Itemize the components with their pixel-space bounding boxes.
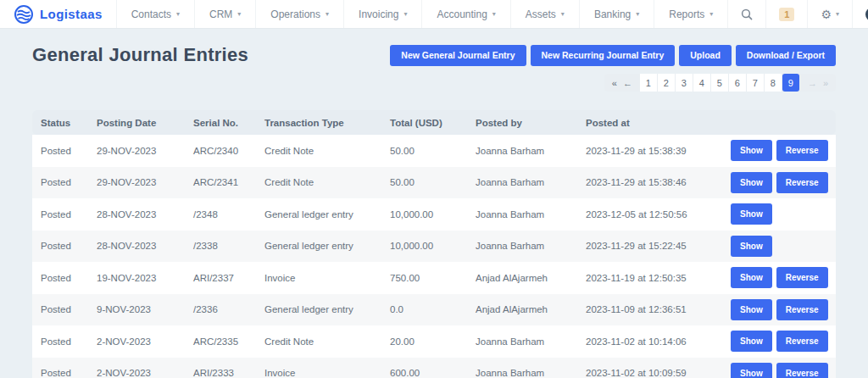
table-row: Posted 28-NOV-2023 /2348 General ledger … [32,198,836,231]
page-content: General Journal Entries New General Jour… [0,44,868,378]
nav-item-contacts[interactable]: Contacts ▾ [116,0,194,28]
help-button[interactable]: ? [852,0,868,28]
show-button[interactable]: Show [731,236,772,257]
cell-total: 600.00 [390,368,476,378]
chevron-down-icon: ▾ [836,10,839,18]
nav-item-invoicing[interactable]: Invoicing ▾ [343,0,421,28]
page-button-9-active[interactable]: 9 [782,74,799,92]
column-header-transaction-type: Transaction Type [264,118,390,128]
row-actions: Show Reverse [726,267,829,288]
column-header-posting-date: Posting Date [97,118,193,128]
page-button-5[interactable]: 5 [711,74,728,92]
cell-serial-no: /2338 [193,241,264,251]
page-button-2[interactable]: 2 [658,74,675,92]
cell-total: 10,000.00 [390,241,476,251]
cell-status: Posted [41,241,97,251]
row-actions: Show Reverse [726,140,829,161]
show-button[interactable]: Show [731,363,772,378]
download-export-button[interactable]: Download / Export [736,45,836,66]
cell-serial-no: ARC/2335 [193,336,264,347]
table-row: Posted 2-NOV-2023 ARC/2335 Credit Note 2… [32,325,836,358]
notification-badge-button[interactable]: 1 [765,0,807,28]
cell-posted-by: Anjad AlAjarmeh [476,273,586,283]
cell-posted-by: Joanna Barham [476,336,586,347]
reverse-button[interactable]: Reverse [776,299,828,320]
show-button[interactable]: Show [731,331,772,352]
reverse-button[interactable]: Reverse [776,267,828,288]
nav-item-banking[interactable]: Banking ▾ [579,0,654,28]
reverse-button[interactable]: Reverse [776,140,828,161]
page-button-3[interactable]: 3 [676,74,693,92]
pagination-prev-group: « ← [604,78,640,88]
nav-item-accounting[interactable]: Accounting ▾ [421,0,509,28]
cell-posting-date: 2-NOV-2023 [97,368,193,378]
row-actions: Show Reverse [726,299,829,320]
cell-transaction-type: Invoice [264,273,390,283]
brand-name: Logistaas [40,7,103,21]
cell-serial-no: ARI/2333 [193,368,264,378]
page-button-8[interactable]: 8 [765,74,782,92]
table-header: Status Posting Date Serial No. Transacti… [32,110,836,135]
cell-status: Posted [41,146,97,156]
row-actions: Show [726,203,829,225]
cell-transaction-type: Credit Note [264,146,390,156]
new-recurring-journal-entry-button[interactable]: New Recurring Journal Entry [531,45,676,66]
column-header-posted-at: Posted at [586,118,726,128]
last-page-button[interactable]: » [823,78,828,88]
reverse-button[interactable]: Reverse [776,172,828,193]
reverse-button[interactable]: Reverse [776,363,828,378]
page-button-7[interactable]: 7 [747,74,764,92]
nav-item-label: Accounting [437,8,487,20]
nav-item-crm[interactable]: CRM ▾ [194,0,255,28]
cell-posted-at: 2023-11-29 at 15:38:46 [586,177,726,187]
cell-posting-date: 29-NOV-2023 [97,146,193,156]
page-button-6[interactable]: 6 [729,74,746,92]
settings-menu-button[interactable]: ⚙ ▾ [807,0,852,28]
cell-posted-at: 2023-11-02 at 10:09:59 [586,368,726,378]
reverse-button[interactable]: Reverse [776,331,828,352]
show-button[interactable]: Show [731,140,772,161]
page-button-1[interactable]: 1 [640,74,657,92]
cell-total: 10,000.00 [390,209,476,220]
nav-item-reports[interactable]: Reports ▾ [654,0,727,28]
toolbar: New General Journal Entry New Recurring … [390,45,836,66]
search-button[interactable] [727,0,765,28]
chevron-down-icon: ▾ [237,10,241,18]
show-button[interactable]: Show [731,299,772,320]
nav-item-assets[interactable]: Assets ▾ [510,0,579,28]
cell-total: 50.00 [390,146,476,156]
first-page-button[interactable]: « [612,78,617,88]
chevron-down-icon: ▾ [636,10,639,18]
show-button[interactable]: Show [731,172,772,193]
cell-transaction-type: General ledger entry [264,209,390,220]
nav-right-cluster: 1 ⚙ ▾ ? Mohammed Muhtaseb ▾ [727,0,868,28]
row-actions: Show Reverse [726,363,829,378]
nav-item-label: Operations [270,8,320,20]
page-button-4[interactable]: 4 [693,74,710,92]
show-button[interactable]: Show [731,203,772,225]
cell-serial-no: /2336 [193,304,264,314]
cell-transaction-type: General ledger entry [264,241,390,251]
cell-posted-by: Joanna Barham [476,368,586,378]
chevron-down-icon: ▾ [561,10,565,18]
cell-transaction-type: General ledger entry [264,304,390,314]
nav-item-operations[interactable]: Operations ▾ [255,0,343,28]
pagination-row: « ← 1 2 3 4 5 6 7 8 9 → » [32,74,836,92]
cell-posted-by: Joanna Barham [476,209,586,220]
brand-logo[interactable]: Logistaas [0,0,116,28]
prev-page-button[interactable]: ← [623,78,632,88]
logistaas-logo-icon [14,4,34,25]
chevron-down-icon: ▾ [492,10,496,18]
cell-posted-at: 2023-11-09 at 12:36:51 [586,304,726,314]
next-page-button[interactable]: → [808,78,817,88]
page-header-row: General Journal Entries New General Jour… [32,44,836,66]
row-actions: Show Reverse [726,172,829,193]
pagination: « ← 1 2 3 4 5 6 7 8 9 → » [604,74,836,92]
upload-button[interactable]: Upload [679,45,732,66]
show-button[interactable]: Show [731,267,772,288]
cell-serial-no: /2348 [193,209,264,220]
journal-entries-table: Status Posting Date Serial No. Transacti… [32,110,836,378]
cell-total: 750.00 [390,273,476,283]
chevron-down-icon: ▾ [176,10,180,18]
new-general-journal-entry-button[interactable]: New General Journal Entry [390,45,526,66]
